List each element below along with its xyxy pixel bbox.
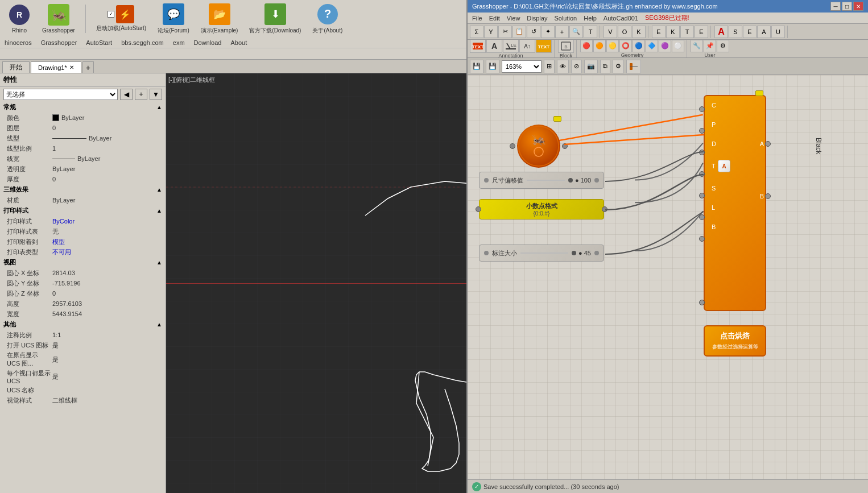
section-print-toggle[interactable]: ▲ xyxy=(156,208,162,214)
forum-button[interactable]: 💬 论坛(Forum) xyxy=(154,2,193,36)
selector-btn1[interactable]: ◀ xyxy=(120,89,133,100)
gh-geo-btn3[interactable]: 🟡 xyxy=(606,40,619,52)
gh-tool-E2[interactable]: E xyxy=(695,26,708,38)
gh-tool-T[interactable]: T xyxy=(584,26,597,38)
section-other-toggle[interactable]: ▲ xyxy=(156,321,162,328)
gh-tool-o[interactable]: O xyxy=(618,26,631,38)
tab-add-button[interactable]: + xyxy=(82,61,94,73)
gh-block-btn1[interactable]: B xyxy=(558,40,574,53)
gh-user-btn2[interactable]: 📌 xyxy=(704,40,716,52)
gh-anno-btn2[interactable]: A xyxy=(486,40,502,53)
gh-tool-y[interactable]: Y xyxy=(484,26,498,38)
gh-anno-btn5[interactable]: TEXT xyxy=(536,40,552,53)
autostart-button[interactable]: ✓ ⚡ 启动加载(AutoStart) xyxy=(93,4,150,34)
gh-settings-btn[interactable]: ⚙ xyxy=(613,60,624,73)
gh-tool-S[interactable]: S xyxy=(729,26,742,38)
gh-geo-btn8[interactable]: ⚪ xyxy=(672,40,684,52)
gh-menu-solution[interactable]: Solution xyxy=(554,15,577,22)
toolbar-autostart[interactable]: AutoStart xyxy=(86,39,112,46)
selector-btn3[interactable]: ▼ xyxy=(150,89,162,100)
section-3d[interactable]: 三维效果 ▲ xyxy=(0,184,166,195)
section-other[interactable]: 其他 ▲ xyxy=(0,319,166,330)
toolbar-grasshopper[interactable]: Grasshopper xyxy=(41,39,77,46)
gh-save2-btn[interactable]: 💾 xyxy=(486,60,499,73)
gh-menu-help[interactable]: Help xyxy=(584,15,597,22)
gh-tool-search[interactable]: 🔍 xyxy=(569,26,583,38)
rhino-button[interactable]: R Rhino xyxy=(5,2,34,35)
gh-eye-btn[interactable]: 👁 xyxy=(557,60,569,73)
gh-geo-btn2[interactable]: 🟠 xyxy=(593,40,606,52)
gh-tool-symbol[interactable]: Σ xyxy=(470,26,483,38)
gh-maximize-btn[interactable]: □ xyxy=(842,2,852,11)
section-regular[interactable]: 常规 ▲ xyxy=(0,102,166,113)
gh-anno-btn1[interactable]: TEXT xyxy=(470,40,486,53)
toolbar-exm[interactable]: exm xyxy=(173,39,185,46)
decimal-format-node[interactable]: 小数点格式 {0:0.#} xyxy=(479,199,604,219)
gh-geo-btn6[interactable]: 🔷 xyxy=(646,40,658,52)
rhino-gh-node[interactable]: 🦗 xyxy=(513,121,564,172)
gh-tool-v[interactable]: V xyxy=(604,26,617,38)
gh-anno-btn3[interactable]: LE xyxy=(503,40,519,53)
toolbar-bbs[interactable]: bbs.seggh.com xyxy=(121,39,164,46)
anno-slider-handle[interactable] xyxy=(572,251,576,255)
section-regular-toggle[interactable]: ▲ xyxy=(156,104,162,110)
gh-sidebar-btn[interactable] xyxy=(626,60,641,73)
gh-menu-file[interactable]: File xyxy=(472,15,482,22)
viewport[interactable]: [-][俯视]二维线框 xyxy=(166,73,466,493)
download-button[interactable]: ⬇ 官方下载(Download) xyxy=(246,2,304,36)
gh-menu-autocad[interactable]: AutoCad001 xyxy=(604,15,638,22)
gh-canvas[interactable]: 🦗 尺寸偏移值 ● 100 小数点格式 {0:0.#} xyxy=(468,75,868,479)
dim-slider-handle[interactable] xyxy=(568,178,573,183)
gh-anno-btn4[interactable]: A↑ xyxy=(519,40,535,53)
gh-camera-btn[interactable]: 📷 xyxy=(584,60,598,73)
grasshopper-button[interactable]: 🦗 Grasshopper xyxy=(39,2,78,35)
toolbar-about[interactable]: About xyxy=(230,39,247,46)
tab-drawing1[interactable]: Drawing1* ✕ xyxy=(31,61,81,73)
tab-close-icon[interactable]: ✕ xyxy=(69,64,74,71)
gh-save-btn[interactable]: 💾 xyxy=(470,60,483,73)
tab-start[interactable]: 开始 xyxy=(2,61,30,73)
main-node[interactable]: C P D T A S L B A xyxy=(704,95,766,311)
gh-cursor-btn[interactable]: ⊘ xyxy=(571,60,582,73)
color-swatch[interactable] xyxy=(52,114,59,121)
object-selector[interactable]: 无选择 xyxy=(3,89,118,100)
gh-tool-refresh[interactable]: ↺ xyxy=(527,26,540,38)
gh-tool-paste[interactable]: 📋 xyxy=(512,26,526,38)
bake-button-node[interactable]: 点击烘焙 参数经过选择运算等 xyxy=(704,325,766,357)
gh-geo-btn4[interactable]: ⭕ xyxy=(619,40,632,52)
gh-fit-btn[interactable]: ⊞ xyxy=(544,60,555,73)
gh-geo-btn7[interactable]: 🟣 xyxy=(659,40,671,52)
gh-geo-btn1[interactable]: 🔴 xyxy=(580,40,593,52)
gh-geo-btn5[interactable]: 🔵 xyxy=(633,40,645,52)
gh-tool-T2[interactable]: T xyxy=(680,26,694,38)
gh-tool-K[interactable]: K xyxy=(632,26,646,38)
about-button[interactable]: ? 关于(About) xyxy=(309,2,346,36)
gh-menu-edit[interactable]: Edit xyxy=(489,15,500,22)
section-3d-toggle[interactable]: ▲ xyxy=(156,187,162,193)
gh-tool-U[interactable]: U xyxy=(771,26,785,38)
gh-minimize-btn[interactable]: ─ xyxy=(830,2,841,11)
example-button[interactable]: 📂 演示(Example) xyxy=(197,2,242,36)
gh-user-btn3[interactable]: ⚙ xyxy=(717,40,729,52)
gh-layers-btn[interactable]: ⧉ xyxy=(600,60,610,73)
gh-tool-A[interactable]: A xyxy=(714,26,728,38)
gh-menu-view[interactable]: View xyxy=(507,15,520,22)
gh-tool-A2[interactable]: A xyxy=(757,26,771,38)
bake-btn-label[interactable]: 点击烘焙 参数经过选择运算等 xyxy=(704,325,766,357)
gh-tool-star[interactable]: ✦ xyxy=(541,26,555,38)
section-view[interactable]: 视图 ▲ xyxy=(0,257,166,268)
toolbar-download[interactable]: Download xyxy=(194,39,222,46)
annotation-size-node[interactable]: 标注大小 ● 45 xyxy=(479,245,604,262)
gh-user-btn1[interactable]: 🔧 xyxy=(691,40,703,52)
gh-close-btn[interactable]: ✕ xyxy=(853,2,863,11)
gh-tool-e[interactable]: E xyxy=(652,26,666,38)
gh-tool-add[interactable]: + xyxy=(555,26,569,38)
gh-tool-k2[interactable]: K xyxy=(666,26,680,38)
selector-btn2[interactable]: + xyxy=(135,89,147,100)
gh-menu-display[interactable]: Display xyxy=(527,15,547,22)
section-view-toggle[interactable]: ▲ xyxy=(156,259,162,266)
gh-tool-E3[interactable]: E xyxy=(743,26,757,38)
gh-menu-seg[interactable]: SEG398已过期! xyxy=(645,14,689,22)
gh-zoom-select[interactable]: 163% xyxy=(502,60,542,73)
gh-tool-scissors[interactable]: ✂ xyxy=(498,26,512,38)
